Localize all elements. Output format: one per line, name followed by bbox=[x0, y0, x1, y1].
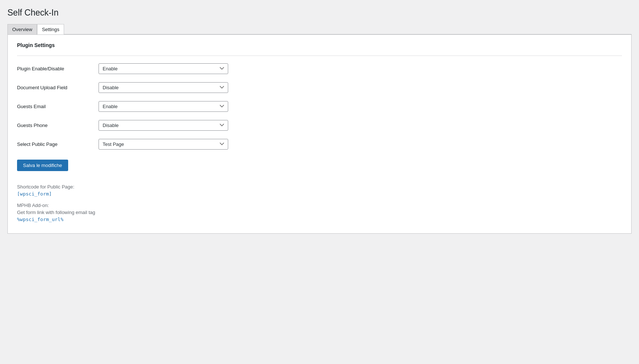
guests-phone-select[interactable]: Enable Disable bbox=[99, 120, 228, 131]
card-divider bbox=[17, 56, 622, 56]
plugin-enable-row: Plugin Enable/Disable Enable Disable bbox=[17, 63, 622, 74]
info-section: Shortcode for Public Page: [wpsci_form] … bbox=[17, 184, 622, 222]
tabs-bar: Overview Settings bbox=[7, 24, 632, 34]
page-title: Self Check-In bbox=[7, 7, 632, 19]
guests-email-row: Guests Email Enable Disable bbox=[17, 101, 622, 112]
document-upload-row: Document Upload Field Enable Disable bbox=[17, 82, 622, 93]
plugin-enable-label: Plugin Enable/Disable bbox=[17, 66, 99, 71]
select-public-page-select[interactable]: Test Page bbox=[99, 139, 228, 150]
addon-label: MPHB Add-on: bbox=[17, 203, 622, 208]
guests-email-label: Guests Email bbox=[17, 104, 99, 109]
save-button[interactable]: Salva le modifiche bbox=[17, 160, 68, 171]
addon-tag: %wpsci_form_url% bbox=[17, 217, 622, 222]
select-public-page-row: Select Public Page Test Page bbox=[17, 139, 622, 150]
plugin-settings-card: Plugin Settings Plugin Enable/Disable En… bbox=[7, 34, 632, 234]
addon-link-text: Get form link with following email tag bbox=[17, 210, 622, 215]
shortcode-label: Shortcode for Public Page: bbox=[17, 184, 622, 190]
document-upload-select[interactable]: Enable Disable bbox=[99, 82, 228, 93]
card-title: Plugin Settings bbox=[17, 42, 622, 48]
tab-settings[interactable]: Settings bbox=[37, 24, 64, 34]
tab-overview[interactable]: Overview bbox=[7, 24, 37, 34]
guests-phone-row: Guests Phone Enable Disable bbox=[17, 120, 622, 131]
select-public-page-label: Select Public Page bbox=[17, 141, 99, 147]
plugin-enable-select[interactable]: Enable Disable bbox=[99, 63, 228, 74]
shortcode-value: [wpsci_form] bbox=[17, 191, 622, 197]
document-upload-label: Document Upload Field bbox=[17, 85, 99, 90]
guests-email-select[interactable]: Enable Disable bbox=[99, 101, 228, 112]
guests-phone-label: Guests Phone bbox=[17, 123, 99, 128]
